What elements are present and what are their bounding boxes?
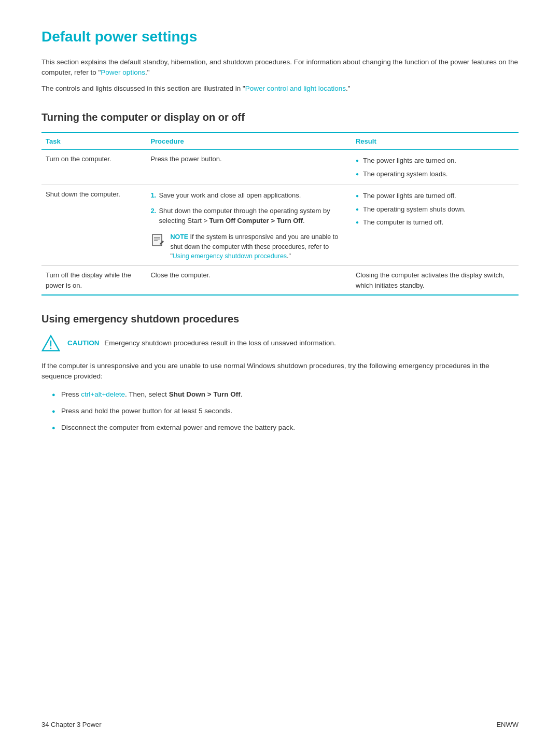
row1-task: Turn on the computer.: [41, 150, 146, 185]
procedure-step: 2. Shut down the computer through the op…: [150, 205, 347, 227]
procedure-step: 1. Save your work and close all open app…: [150, 189, 347, 202]
emergency-body-text: If the computer is unresponsive and you …: [41, 361, 519, 382]
row1-procedure: Press the power button.: [146, 150, 352, 185]
caution-text: CAUTION Emergency shutdown procedures re…: [67, 338, 336, 348]
intro-paragraph-2: The controls and lights discussed in thi…: [41, 83, 519, 94]
bullet-item-3: Disconnect the computer from external po…: [52, 423, 519, 433]
section1-title: Turning the computer or display on or of…: [41, 109, 519, 125]
step-number: 1.: [150, 190, 156, 201]
row3-task: Turn off the display while the power is …: [41, 266, 146, 296]
row1-result: The power lights are turned on. The oper…: [352, 150, 519, 185]
row2-procedure: 1. Save your work and close all open app…: [146, 185, 352, 266]
section2-title: Using emergency shutdown procedures: [41, 311, 519, 327]
table-row: Turn on the computer. Press the power bu…: [41, 150, 519, 185]
table-header-procedure: Procedure: [146, 133, 352, 150]
power-options-link[interactable]: Power options: [101, 68, 145, 76]
emergency-link[interactable]: Using emergency shutdown procedures: [173, 252, 287, 260]
note-box: NOTE If the system is unresponsive and y…: [150, 232, 347, 261]
result-bullet: The computer is turned off.: [356, 216, 514, 229]
result-bullet: The operating system shuts down.: [356, 203, 514, 216]
bullet-item-2: Press and hold the power button for at l…: [52, 406, 519, 416]
power-control-link[interactable]: Power control and light locations: [245, 85, 346, 92]
emergency-bullet-list: Press ctrl+alt+delete. Then, select Shut…: [52, 389, 519, 433]
ctrl-alt-delete-link[interactable]: ctrl+alt+delete: [81, 390, 125, 398]
bullet-item-1: Press ctrl+alt+delete. Then, select Shut…: [52, 389, 519, 400]
page-title: Default power settings: [41, 26, 519, 48]
row2-task: Shut down the computer.: [41, 185, 146, 266]
table-header-result: Result: [352, 133, 519, 150]
result-bullet: The power lights are turned off.: [356, 189, 514, 203]
row3-result: Closing the computer activates the displ…: [352, 266, 519, 296]
svg-point-8: [50, 348, 52, 349]
table-header-task: Task: [41, 133, 146, 150]
caution-box: CAUTION Emergency shutdown procedures re…: [41, 334, 519, 353]
result-bullet: The operating system loads.: [356, 167, 514, 181]
note-label: NOTE: [170, 233, 188, 241]
intro-paragraph-1: This section explains the default standb…: [41, 57, 519, 78]
row3-procedure: Close the computer.: [146, 266, 352, 296]
step-number: 2.: [150, 206, 156, 216]
caution-triangle-icon: [41, 334, 60, 353]
row2-result: The power lights are turned off. The ope…: [352, 185, 519, 266]
caution-label: CAUTION: [67, 339, 100, 347]
table-row: Shut down the computer. 1. Save your wor…: [41, 185, 519, 266]
result-bullet: The power lights are turned on.: [356, 154, 514, 167]
power-table: Task Procedure Result Turn on the comput…: [41, 132, 519, 296]
note-icon: [150, 233, 166, 251]
table-row: Turn off the display while the power is …: [41, 266, 519, 296]
note-content: NOTE If the system is unresponsive and y…: [170, 232, 347, 261]
